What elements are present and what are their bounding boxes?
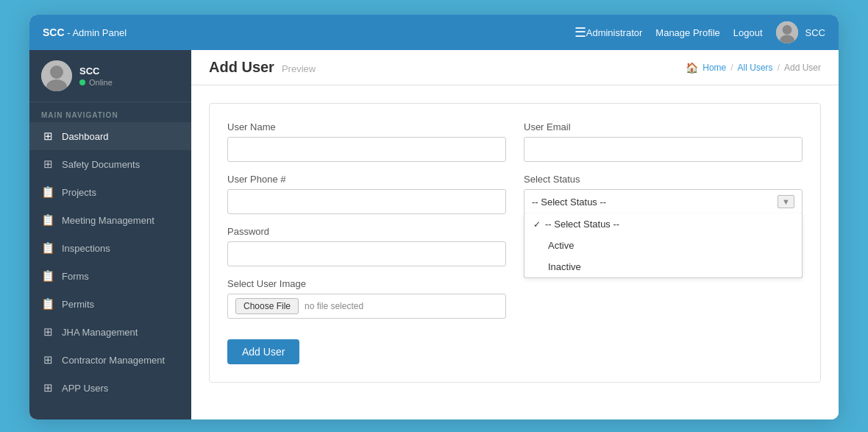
main-layout: SCC Online MAIN NAVIGATION ⊞ Dashboard ⊞… [29,50,839,419]
breadcrumb-home[interactable]: Home [702,63,726,73]
topbar-avatar [776,21,798,43]
no-file-label: no file selected [305,301,363,311]
form-container: User Name User Email User Phone # [209,103,821,383]
sidebar-item-forms[interactable]: 📋 Forms [29,262,191,290]
form-area: User Name User Email User Phone # [191,85,839,419]
breadcrumb-current: Add User [784,63,821,73]
sidebar-item-jha-management[interactable]: ⊞ JHA Management [29,318,191,346]
topbar: SCC - Admin Panel ☰ Administrator Manage… [29,15,839,50]
admin-label: Administrator [586,27,643,38]
sidebar-item-permits[interactable]: 📋 Permits [29,290,191,318]
manage-profile-link[interactable]: Manage Profile [655,27,719,38]
inspections-icon: 📋 [41,241,54,255]
choose-file-button[interactable]: Choose File [235,298,299,314]
sidebar-item-label: JHA Management [62,327,138,338]
status-dropdown: ✓ -- Select Status -- Active [524,213,803,278]
online-dot [79,79,85,85]
check-icon: ✓ [533,219,541,230]
hamburger-icon[interactable]: ☰ [574,24,586,40]
sidebar-user: SCC Online [29,50,191,102]
meeting-icon: 📋 [41,213,54,227]
form-row-1: User Name User Email [227,121,803,162]
safety-documents-icon: ⊞ [41,157,54,171]
sidebar-user-info: SCC Online [79,65,113,87]
sidebar-item-app-users[interactable]: ⊞ APP Users [29,374,191,402]
image-label: Select User Image [227,278,506,289]
svg-point-4 [50,65,63,79]
status-option-active[interactable]: Active [524,235,802,256]
content-header: Add User Preview 🏠 Home / All Users / Ad… [191,50,839,85]
sidebar-item-label: Inspections [62,243,110,254]
brand-label: SCC - Admin Panel [43,26,567,38]
sidebar-item-safety-documents[interactable]: ⊞ Safety Documents [29,150,191,178]
email-label: User Email [524,121,803,132]
nav-section-label: MAIN NAVIGATION [29,102,191,122]
sidebar-avatar [41,60,72,91]
content-area: Add User Preview 🏠 Home / All Users / Ad… [191,50,839,419]
page-subtitle: Preview [282,63,316,74]
status-text: Online [89,78,113,87]
form-group-password: Password [227,226,506,266]
sidebar-item-meeting-management[interactable]: 📋 Meeting Management [29,206,191,234]
form-group-spacer [524,278,803,319]
phone-input[interactable] [227,189,506,214]
breadcrumb-sep2: / [778,63,780,73]
sidebar-item-label: Contractor Management [62,355,165,366]
page-title-area: Add User Preview [209,59,316,76]
sidebar-item-label: Meeting Management [62,215,154,226]
sidebar-item-dashboard[interactable]: ⊞ Dashboard [29,122,191,150]
status-option-inactive[interactable]: Inactive [524,256,802,277]
status-select-wrapper: -- Select Status -- ▼ ✓ -- Select Status… [524,189,803,214]
form-row-2: User Phone # Select Status -- Select Sta… [227,174,803,214]
form-group-phone: User Phone # [227,174,506,214]
sidebar-username: SCC [79,65,113,77]
dashboard-icon: ⊞ [41,130,54,143]
status-select[interactable]: -- Select Status -- ▼ [524,189,803,214]
sidebar-item-label: Projects [62,187,96,198]
sidebar-status: Online [79,78,113,87]
sidebar-item-label: Forms [62,271,89,282]
svg-point-1 [782,25,791,35]
jha-icon: ⊞ [41,325,54,339]
form-group-image: Select User Image Choose File no file se… [227,278,506,319]
app-window: SCC - Admin Panel ☰ Administrator Manage… [29,15,839,419]
topbar-right: Administrator Manage Profile Logout SCC [586,21,825,43]
add-user-button[interactable]: Add User [227,339,299,364]
permits-icon: 📋 [41,297,54,311]
status-selected-value: -- Select Status -- [532,196,606,208]
sidebar-item-projects[interactable]: 📋 Projects [29,178,191,206]
page-title: Add User [209,59,274,76]
breadcrumb-all-users[interactable]: All Users [738,63,773,73]
sidebar-item-label: Permits [62,299,94,310]
app-users-icon: ⊞ [41,381,54,394]
form-group-email: User Email [524,121,803,162]
sidebar-item-label: APP Users [62,383,108,394]
dropdown-arrow: ▼ [778,195,794,208]
file-input-area: Choose File no file selected [227,294,506,319]
phone-label: User Phone # [227,174,506,185]
projects-icon: 📋 [41,185,54,199]
breadcrumb: 🏠 Home / All Users / Add User [686,62,821,74]
contractor-icon: ⊞ [41,353,54,367]
form-group-status: Select Status -- Select Status -- ▼ ✓ - [524,174,803,214]
logout-link[interactable]: Logout [733,27,763,38]
password-input[interactable] [227,241,506,266]
sidebar-item-label: Safety Documents [62,159,140,170]
status-option-select[interactable]: ✓ -- Select Status -- [524,213,802,235]
topbar-avatar-label: SCC [805,27,825,38]
sidebar: SCC Online MAIN NAVIGATION ⊞ Dashboard ⊞… [29,50,191,419]
username-label: User Name [227,121,506,132]
sidebar-item-label: Dashboard [62,131,109,142]
breadcrumb-sep1: / [730,63,733,73]
home-icon: 🏠 [686,62,698,74]
email-input[interactable] [524,137,803,162]
username-input[interactable] [227,137,506,162]
sidebar-item-contractor-management[interactable]: ⊞ Contractor Management [29,346,191,374]
status-label: Select Status [524,174,803,185]
sidebar-item-inspections[interactable]: 📋 Inspections [29,234,191,262]
form-row-4: Select User Image Choose File no file se… [227,278,803,319]
forms-icon: 📋 [41,269,54,283]
form-group-username: User Name [227,121,506,162]
password-label: Password [227,226,506,237]
